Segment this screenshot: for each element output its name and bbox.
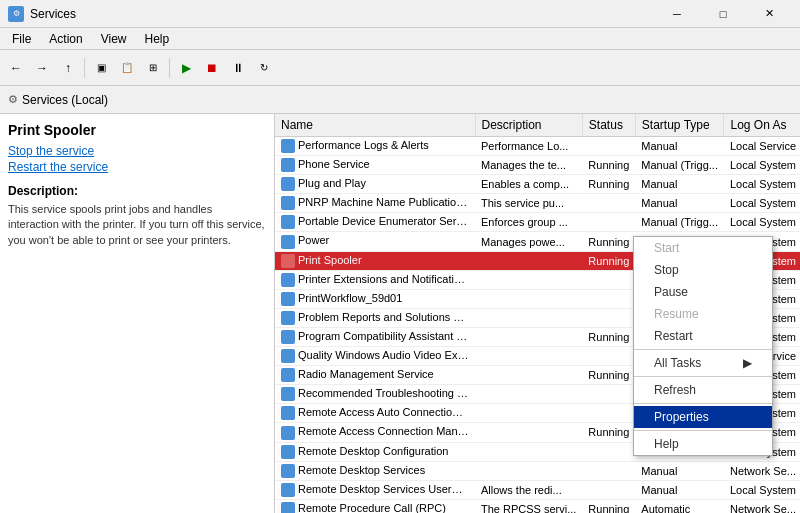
service-status-cell: Running — [582, 251, 635, 270]
table-row[interactable]: PNRP Machine Name Publication ServiceThi… — [275, 194, 800, 213]
service-name-cell: Radio Management Service — [275, 366, 475, 385]
app-icon: ⚙ — [8, 6, 24, 22]
service-name-cell: PNRP Machine Name Publication Service — [275, 194, 475, 213]
service-logon-cell: Local System — [724, 213, 800, 232]
context-menu-item-refresh[interactable]: Refresh — [634, 379, 772, 401]
service-name-cell: Remote Desktop Services — [275, 461, 475, 480]
service-startup-cell: Automatic — [635, 499, 724, 513]
service-status-cell — [582, 347, 635, 366]
service-name-cell: Power — [275, 232, 475, 251]
service-desc-cell: Manages powe... — [475, 232, 582, 251]
menu-help[interactable]: Help — [137, 30, 178, 48]
col-startup[interactable]: Startup Type — [635, 114, 724, 137]
service-desc-cell — [475, 461, 582, 480]
table-row[interactable]: Remote Procedure Call (RPC)The RPCSS ser… — [275, 499, 800, 513]
service-name-cell: Plug and Play — [275, 175, 475, 194]
context-menu-item-all-tasks[interactable]: All Tasks▶ — [634, 352, 772, 374]
context-menu-item-resume: Resume — [634, 303, 772, 325]
service-logon-cell: Local System — [724, 175, 800, 194]
forward-button[interactable]: → — [30, 56, 54, 80]
service-name-cell: Portable Device Enumerator Service — [275, 213, 475, 232]
service-status-cell — [582, 404, 635, 423]
start-service-button[interactable]: ▶ — [174, 56, 198, 80]
service-status-cell — [582, 480, 635, 499]
service-icon — [281, 330, 295, 344]
service-desc-cell — [475, 308, 582, 327]
service-desc-cell — [475, 289, 582, 308]
table-row[interactable]: Remote Desktop Services UserMode Por...A… — [275, 480, 800, 499]
toolbar: ← → ↑ ▣ 📋 ⊞ ▶ ⏹ ⏸ ↻ — [0, 50, 800, 86]
service-status-cell — [582, 270, 635, 289]
service-desc-cell — [475, 366, 582, 385]
table-row[interactable]: Plug and PlayEnables a comp...RunningMan… — [275, 175, 800, 194]
service-logon-cell: Network Se... — [724, 499, 800, 513]
service-name-cell: Print Spooler — [275, 251, 475, 270]
service-name-cell: Phone Service — [275, 156, 475, 175]
table-row[interactable]: Performance Logs & AlertsPerformance Lo.… — [275, 137, 800, 156]
table-row[interactable]: Phone ServiceManages the te...RunningMan… — [275, 156, 800, 175]
new-window-button[interactable]: ⊞ — [141, 56, 165, 80]
service-status-cell — [582, 385, 635, 404]
context-menu-separator — [634, 430, 772, 431]
service-name-cell: PrintWorkflow_59d01 — [275, 289, 475, 308]
context-menu-separator — [634, 403, 772, 404]
close-button[interactable]: ✕ — [746, 0, 792, 28]
service-logon-cell: Local Service — [724, 137, 800, 156]
context-menu-item-properties[interactable]: Properties — [634, 406, 772, 428]
minimize-button[interactable]: ─ — [654, 0, 700, 28]
description-title: Description: — [8, 184, 266, 198]
service-icon — [281, 158, 295, 172]
menu-bar: File Action View Help — [0, 28, 800, 50]
back-button[interactable]: ← — [4, 56, 28, 80]
stop-service-button[interactable]: ⏹ — [200, 56, 224, 80]
context-menu-item-stop[interactable]: Stop — [634, 259, 772, 281]
service-status-cell: Running — [582, 175, 635, 194]
service-icon — [281, 139, 295, 153]
menu-view[interactable]: View — [93, 30, 135, 48]
service-status-cell: Running — [582, 327, 635, 346]
col-name[interactable]: Name — [275, 114, 475, 137]
show-hide-button[interactable]: ▣ — [89, 56, 113, 80]
service-desc-cell — [475, 385, 582, 404]
table-row[interactable]: Portable Device Enumerator ServiceEnforc… — [275, 213, 800, 232]
show-console-button[interactable]: 📋 — [115, 56, 139, 80]
service-status-cell — [582, 137, 635, 156]
service-status-cell — [582, 461, 635, 480]
service-logon-cell: Local System — [724, 480, 800, 499]
context-menu-item-pause[interactable]: Pause — [634, 281, 772, 303]
service-icon — [281, 483, 295, 497]
service-desc-cell — [475, 327, 582, 346]
col-status[interactable]: Status — [582, 114, 635, 137]
window-title: Services — [30, 7, 76, 21]
service-status-cell: Running — [582, 232, 635, 251]
service-name-cell: Program Compatibility Assistant Servi... — [275, 327, 475, 346]
service-status-cell — [582, 194, 635, 213]
service-icon — [281, 349, 295, 363]
service-status-cell — [582, 308, 635, 327]
service-status-cell: Running — [582, 366, 635, 385]
col-logon[interactable]: Log On As — [724, 114, 800, 137]
table-row[interactable]: Remote Desktop ServicesManualNetwork Se.… — [275, 461, 800, 480]
service-desc-cell: Enables a comp... — [475, 175, 582, 194]
service-name-cell: Remote Access Auto Connection Man... — [275, 404, 475, 423]
menu-action[interactable]: Action — [41, 30, 90, 48]
restart-service-link[interactable]: Restart the service — [8, 160, 266, 174]
context-menu-separator — [634, 376, 772, 377]
service-icon — [281, 273, 295, 287]
maximize-button[interactable]: □ — [700, 0, 746, 28]
stop-service-link[interactable]: Stop the service — [8, 144, 266, 158]
col-description[interactable]: Description — [475, 114, 582, 137]
restart-service-button[interactable]: ↻ — [252, 56, 276, 80]
service-startup-cell: Manual — [635, 461, 724, 480]
context-menu-item-help[interactable]: Help — [634, 433, 772, 455]
service-desc-cell — [475, 442, 582, 461]
service-icon — [281, 311, 295, 325]
pause-service-button[interactable]: ⏸ — [226, 56, 250, 80]
menu-file[interactable]: File — [4, 30, 39, 48]
service-name-cell: Remote Access Connection Manager — [275, 423, 475, 442]
context-menu-item-restart[interactable]: Restart — [634, 325, 772, 347]
service-desc-cell: Performance Lo... — [475, 137, 582, 156]
up-button[interactable]: ↑ — [56, 56, 80, 80]
toolbar-sep-2 — [169, 58, 170, 78]
service-name-cell: Printer Extensions and Notifications — [275, 270, 475, 289]
